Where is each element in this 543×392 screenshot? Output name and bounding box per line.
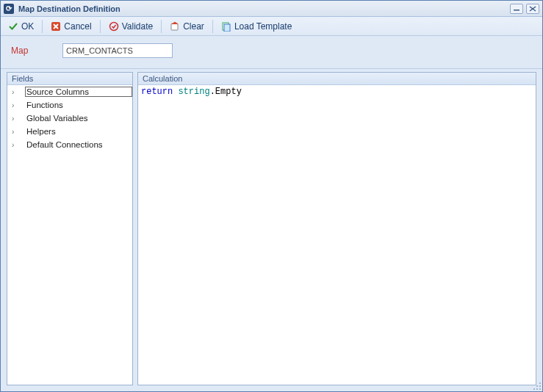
calculation-panel: Calculation return string.Empty [137,72,536,385]
load-template-label: Load Template [234,21,292,32]
resize-grip[interactable] [531,380,542,391]
map-label: Map [11,46,62,56]
app-icon: ⟳ [4,4,14,14]
chevron-right-icon: › [12,141,19,149]
chevron-right-icon: › [12,128,19,136]
svg-point-6 [109,22,118,30]
tree-item-label: Default Connections [25,140,132,149]
svg-point-12 [539,385,541,387]
tree-item-label: Helpers [25,127,132,136]
tree-item-label: Functions [25,101,132,109]
toolbar-separator [100,20,101,33]
validate-label: Validate [122,21,153,32]
ok-label: OK [21,21,34,32]
ok-button[interactable]: OK [4,20,38,33]
svg-rect-0 [514,10,519,11]
close-button[interactable] [526,4,539,14]
svg-point-13 [533,388,535,390]
svg-rect-9 [224,24,230,32]
fields-tree[interactable]: ›Source Columns›Functions›Global Variabl… [7,85,132,385]
clear-button[interactable]: Clear [165,20,209,33]
tree-item[interactable]: ›Global Variables [7,112,132,125]
calculation-editor[interactable]: return string.Empty [138,85,536,385]
load-template-button[interactable]: Load Template [217,20,297,33]
chevron-right-icon: › [12,115,19,123]
map-row: Map [1,36,542,69]
window-title: Map Destination Definition [18,4,507,13]
title-bar: ⟳ Map Destination Definition [1,1,542,17]
svg-point-11 [536,385,538,387]
fields-panel-header: Fields [7,73,132,85]
clear-icon [170,21,180,32]
chevron-right-icon: › [12,101,19,109]
tree-item[interactable]: ›Source Columns [7,85,132,98]
code-token: string [178,87,209,97]
map-input[interactable] [62,43,173,58]
calculation-panel-header: Calculation [138,73,536,85]
svg-point-14 [536,388,538,390]
load-template-icon [221,21,231,32]
chevron-right-icon: › [12,88,19,96]
clear-label: Clear [183,21,204,32]
dialog-window: ⟳ Map Destination Definition OK Cancel [0,0,543,392]
cancel-label: Cancel [64,21,91,32]
toolbar: OK Cancel Validate Clear [1,17,542,36]
toolbar-separator [212,20,213,33]
body-area: Fields ›Source Columns›Functions›Global … [1,69,542,391]
minimize-button[interactable] [510,4,523,14]
cancel-icon [51,21,61,32]
tree-item[interactable]: ›Helpers [7,125,132,138]
svg-point-15 [539,388,541,390]
toolbar-separator [161,20,162,33]
tree-item-label: Global Variables [25,114,132,123]
toolbar-separator [42,20,43,33]
validate-button[interactable]: Validate [104,20,157,33]
tree-item-label: Source Columns [25,87,132,97]
code-token: return [141,87,173,97]
svg-point-10 [539,382,541,384]
tree-item[interactable]: ›Default Connections [7,138,132,151]
checkmark-icon [8,21,18,32]
code-text: return string.Empty [138,85,536,98]
validate-icon [109,21,119,32]
fields-panel: Fields ›Source Columns›Functions›Global … [7,72,133,385]
tree-item[interactable]: ›Functions [7,98,132,112]
code-token: .Empty [210,87,242,97]
cancel-button[interactable]: Cancel [46,20,96,33]
